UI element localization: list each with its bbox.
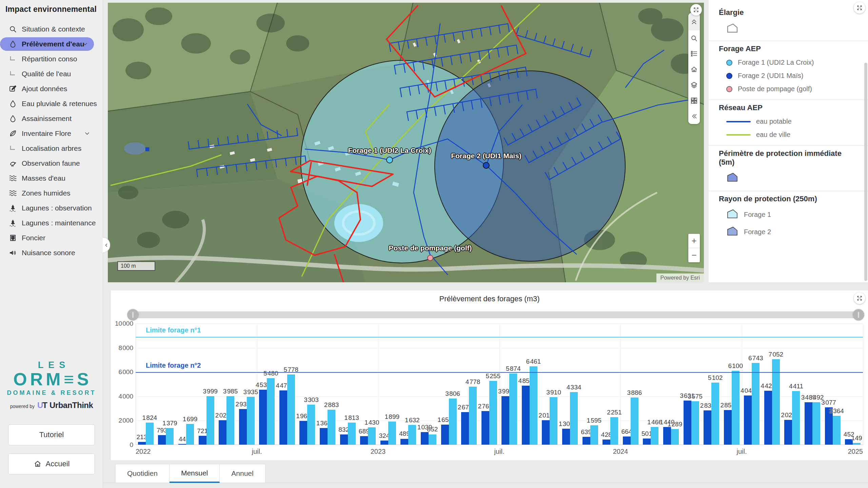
- sidebar-item-masses-d-eau[interactable]: Masses d'eau: [0, 171, 103, 185]
- bar-light[interactable]: [368, 427, 376, 445]
- bar-dark[interactable]: [421, 432, 429, 445]
- slider-handle-right[interactable]: [853, 309, 864, 321]
- bar-light[interactable]: [469, 387, 477, 445]
- bar-dark[interactable]: [279, 390, 287, 445]
- bar-dark[interactable]: [360, 436, 368, 445]
- sidebar-item-assainissement[interactable]: Assainissement: [0, 112, 103, 125]
- bar-dark[interactable]: [299, 421, 307, 445]
- bar-dark[interactable]: [805, 402, 812, 445]
- bar-dark[interactable]: [663, 427, 671, 445]
- legend-expand-button[interactable]: [854, 2, 865, 14]
- bar-dark[interactable]: [684, 401, 691, 445]
- bar-dark[interactable]: [704, 410, 711, 445]
- bar-light[interactable]: [610, 417, 618, 445]
- search-tool-button[interactable]: [688, 30, 700, 46]
- bar-dark[interactable]: [724, 410, 732, 445]
- sidebar-item-eau-pluviale-retenues[interactable]: Eau pluviale & retenues: [0, 97, 103, 110]
- bar-light[interactable]: [853, 443, 861, 445]
- bar-light[interactable]: [388, 422, 396, 445]
- bar-light[interactable]: [489, 381, 497, 445]
- bar-light[interactable]: [691, 401, 699, 445]
- bar-dark[interactable]: [259, 390, 267, 445]
- bar-dark[interactable]: [603, 440, 610, 445]
- bar-dark[interactable]: [219, 420, 226, 445]
- bar-dark[interactable]: [764, 391, 772, 445]
- forage2-marker[interactable]: [483, 162, 490, 169]
- bar-light[interactable]: [792, 391, 800, 445]
- bar-light[interactable]: [631, 398, 638, 445]
- bar-dark[interactable]: [481, 411, 489, 445]
- basemap-gallery-tool-button[interactable]: [688, 93, 700, 108]
- sidebar-item-zones-humides[interactable]: Zones humides: [0, 186, 103, 200]
- bar-light[interactable]: [247, 397, 255, 445]
- bar-dark[interactable]: [542, 420, 550, 445]
- bar-dark[interactable]: [501, 396, 509, 445]
- tutorial-button[interactable]: Tutoriel: [8, 424, 95, 445]
- map-expand-button[interactable]: [690, 4, 702, 16]
- bar-light[interactable]: [550, 397, 557, 445]
- zoom-out-button[interactable]: −: [688, 248, 700, 262]
- tab-mensuel[interactable]: Mensuel: [170, 464, 220, 483]
- sidebar-item-localisation-arbres[interactable]: Localisation arbres: [0, 142, 103, 155]
- chart-range-slider[interactable]: [133, 311, 859, 318]
- tab-annuel[interactable]: Annuel: [220, 464, 265, 483]
- sidebar-item-nuisance-sonore[interactable]: Nuisance sonore: [0, 246, 103, 260]
- bar-light[interactable]: [146, 423, 154, 445]
- bar-dark[interactable]: [441, 425, 449, 445]
- bar-light[interactable]: [570, 392, 578, 445]
- tab-quotidien[interactable]: Quotidien: [115, 464, 170, 483]
- bar-dark[interactable]: [340, 434, 348, 445]
- legend-scrollbar[interactable]: [864, 63, 867, 281]
- bar-light[interactable]: [833, 416, 841, 445]
- bar-light[interactable]: [267, 378, 275, 445]
- legend-list-tool-button[interactable]: [688, 46, 700, 62]
- slider-handle-left[interactable]: [127, 309, 139, 321]
- zoom-in-button[interactable]: +: [688, 234, 700, 248]
- sidebar-item-repartition-conso[interactable]: Répartition conso: [0, 52, 103, 66]
- bar-dark[interactable]: [583, 437, 590, 445]
- map-panel[interactable]: Forage 1 (UDI2 La Croix) Forage 2 (UDI1 …: [108, 3, 704, 282]
- bar-light[interactable]: [651, 427, 658, 445]
- bar-light[interactable]: [530, 366, 537, 445]
- bar-light[interactable]: [671, 429, 679, 445]
- bar-light[interactable]: [509, 373, 517, 445]
- bar-light[interactable]: [812, 402, 820, 445]
- sidebar-item-situation-contexte[interactable]: Situation & contexte: [0, 22, 103, 36]
- bar-dark[interactable]: [623, 436, 631, 445]
- bar-dark[interactable]: [522, 386, 530, 445]
- bar-light[interactable]: [590, 425, 598, 445]
- bar-light[interactable]: [408, 425, 416, 445]
- home-tool-button[interactable]: [688, 62, 700, 77]
- sidebar-item-prelevement-d-eau[interactable]: Prélèvement d'eau: [0, 37, 94, 51]
- bar-light[interactable]: [449, 399, 457, 445]
- bar-dark[interactable]: [784, 420, 792, 445]
- bar-light[interactable]: [732, 371, 739, 445]
- bar-dark[interactable]: [643, 439, 651, 445]
- sidebar-item-ajout-donnees[interactable]: Ajout données: [0, 82, 103, 96]
- sidebar-item-lagunes-maintenance[interactable]: Lagunes : maintenance: [0, 216, 103, 230]
- bar-dark[interactable]: [158, 435, 166, 445]
- sidebar-item-qualite-de-l-eau[interactable]: Qualité de l'eau: [0, 67, 103, 81]
- bar-dark[interactable]: [461, 412, 469, 445]
- home-button[interactable]: Accueil: [8, 453, 95, 474]
- bar-light[interactable]: [206, 396, 214, 445]
- bar-light[interactable]: [429, 434, 436, 445]
- sidebar-item-foncier[interactable]: Foncier: [0, 231, 103, 245]
- poste-pompage-marker[interactable]: [427, 255, 433, 261]
- bar-light[interactable]: [711, 383, 719, 445]
- bar-light[interactable]: [348, 423, 356, 445]
- sidebar-item-observation-faune[interactable]: Observation faune: [0, 157, 103, 170]
- sidebar-item-lagunes-observation[interactable]: Lagunes : observation: [0, 201, 103, 215]
- bar-dark[interactable]: [320, 428, 328, 445]
- collapse-left-tool-button[interactable]: [688, 108, 700, 124]
- sidebar-item-inventaire-flore[interactable]: Inventaire Flore: [0, 127, 103, 140]
- bar-dark[interactable]: [199, 436, 206, 445]
- bar-light[interactable]: [226, 396, 234, 445]
- bar-light[interactable]: [328, 410, 335, 445]
- bar-light[interactable]: [186, 424, 194, 445]
- bar-dark[interactable]: [138, 442, 146, 445]
- bar-dark[interactable]: [239, 409, 247, 445]
- chart-expand-button[interactable]: [854, 292, 865, 304]
- bar-dark[interactable]: [744, 395, 752, 445]
- bar-dark[interactable]: [380, 441, 388, 445]
